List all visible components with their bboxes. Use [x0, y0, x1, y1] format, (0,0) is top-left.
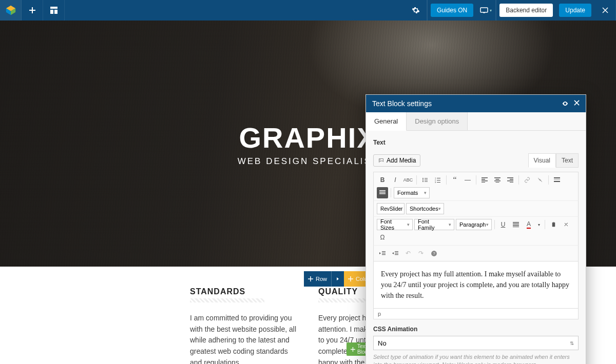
row-drag-handle[interactable]: Row	[304, 271, 331, 287]
column-body: I am committed to providing you with the…	[190, 313, 298, 364]
column-heading: STANDARDS	[190, 287, 298, 302]
align-right-button[interactable]	[505, 174, 516, 186]
editor-toolbar-row1: B I ABC 123 “ — Formats	[373, 172, 579, 200]
strikethrough-button[interactable]: ABC	[402, 174, 414, 186]
svg-rect-41	[513, 222, 519, 223]
svg-rect-31	[507, 177, 513, 178]
svg-rect-32	[510, 179, 513, 180]
svg-rect-51	[395, 253, 398, 253]
panel-tabs: General Design options	[366, 112, 586, 131]
align-left-button[interactable]	[479, 174, 490, 186]
justify-button[interactable]	[510, 219, 522, 230]
app-logo[interactable]	[0, 0, 22, 21]
css-animation-select[interactable]: No	[373, 336, 579, 350]
editor-topbar: Guides ON ▾ Backend editor Update	[0, 0, 616, 21]
editor-toolbar-row4: ↶ ↷ ?	[373, 245, 579, 261]
css-animation-hint: Select type of animation if you want thi…	[373, 353, 579, 364]
svg-rect-28	[496, 179, 499, 180]
svg-rect-48	[382, 253, 386, 253]
help-button[interactable]: ?	[428, 248, 439, 259]
bullet-list-button[interactable]	[419, 174, 431, 186]
editor-toolbar-row3: Font Sizes Font Family Paragraph U A ▾ Ω	[373, 216, 579, 245]
font-family-dropdown[interactable]: Font Family	[414, 219, 454, 230]
svg-rect-27	[494, 177, 500, 178]
shortcodes-dropdown[interactable]: Shortcodes	[406, 203, 444, 214]
svg-rect-25	[482, 180, 488, 181]
textcolor-arrow[interactable]: ▾	[536, 219, 542, 230]
svg-point-10	[380, 159, 381, 160]
hero-subtitle: WEB DESIGN SPECIALIST	[238, 156, 379, 167]
svg-rect-14	[425, 180, 428, 180]
svg-rect-34	[510, 182, 513, 183]
blockquote-button[interactable]: “	[449, 174, 460, 186]
align-center-button[interactable]	[492, 174, 503, 186]
svg-rect-18	[437, 178, 440, 178]
svg-rect-16	[425, 181, 428, 182]
panel-close-icon[interactable]	[574, 100, 580, 107]
svg-rect-44	[513, 227, 519, 227]
svg-rect-37	[554, 181, 560, 182]
paragraph-dropdown[interactable]: Paragraph	[456, 219, 492, 230]
svg-point-15	[422, 181, 424, 182]
svg-text:3: 3	[435, 181, 436, 183]
bold-button[interactable]: B	[377, 174, 388, 186]
row-layout-button[interactable]	[331, 271, 344, 287]
editor-visual-tab[interactable]: Visual	[528, 153, 556, 168]
svg-rect-43	[513, 225, 519, 226]
editor-status-path: p	[373, 309, 579, 319]
unlink-button[interactable]	[534, 174, 546, 186]
svg-rect-6	[480, 8, 488, 12]
formats-dropdown[interactable]: Formats	[394, 187, 430, 198]
svg-rect-36	[554, 179, 560, 180]
textcolor-button[interactable]: A	[523, 219, 534, 230]
clear-formatting-button[interactable]	[561, 219, 572, 230]
guides-toggle[interactable]: Guides ON	[431, 4, 473, 17]
panel-header[interactable]: Text Block settings	[366, 95, 586, 112]
editor-content-area[interactable]: Every project has my full attention. I m…	[373, 261, 579, 309]
italic-button[interactable]: I	[390, 174, 401, 186]
css-animation-label: CSS Animation	[373, 326, 579, 333]
settings-icon[interactable]	[406, 0, 427, 21]
numbered-list-button[interactable]: 123	[432, 174, 444, 186]
hero-title: GRAPHIX	[239, 121, 377, 154]
indent-button[interactable]	[390, 248, 401, 259]
outdent-button[interactable]	[377, 248, 388, 259]
hr-button[interactable]: —	[462, 174, 473, 186]
backend-editor-button[interactable]: Backend editor	[499, 4, 553, 17]
text-field-label: Text	[373, 139, 579, 146]
svg-rect-45	[552, 223, 555, 227]
toolbar-toggle-button[interactable]	[377, 187, 388, 198]
underline-button[interactable]: U	[497, 219, 509, 230]
templates-button[interactable]	[43, 0, 65, 21]
revslider-button[interactable]: RevSlider	[377, 203, 405, 214]
textblock-settings-panel: Text Block settings General Design optio…	[365, 94, 586, 364]
link-button[interactable]	[522, 174, 533, 186]
paste-button[interactable]	[548, 219, 559, 230]
tab-general[interactable]: General	[366, 112, 407, 131]
svg-rect-26	[482, 182, 485, 183]
special-char-button[interactable]: Ω	[377, 232, 388, 243]
editor-text-tab[interactable]: Text	[556, 153, 579, 168]
svg-rect-24	[482, 179, 485, 180]
svg-rect-20	[437, 180, 440, 180]
close-editor-button[interactable]	[594, 0, 616, 21]
svg-rect-38	[379, 190, 386, 191]
update-button[interactable]: Update	[559, 4, 591, 17]
svg-rect-33	[507, 180, 513, 181]
svg-point-11	[422, 178, 424, 179]
svg-rect-12	[425, 178, 428, 179]
more-button[interactable]	[551, 174, 563, 186]
svg-rect-49	[382, 254, 386, 255]
add-media-button[interactable]: Add Media	[373, 154, 420, 167]
tab-design-options[interactable]: Design options	[407, 112, 468, 130]
add-element-button[interactable]	[22, 0, 43, 21]
undo-button[interactable]: ↶	[402, 248, 414, 259]
panel-preview-icon[interactable]	[562, 100, 569, 107]
font-sizes-dropdown[interactable]: Font Sizes	[377, 219, 413, 230]
viewport-button[interactable]: ▾	[476, 0, 496, 21]
editor-toolbar-row2: RevSlider Shortcodes	[373, 200, 579, 216]
svg-rect-40	[379, 193, 386, 194]
svg-rect-42	[513, 224, 519, 225]
panel-title: Text Block settings	[372, 99, 432, 108]
redo-button[interactable]: ↷	[415, 248, 427, 259]
